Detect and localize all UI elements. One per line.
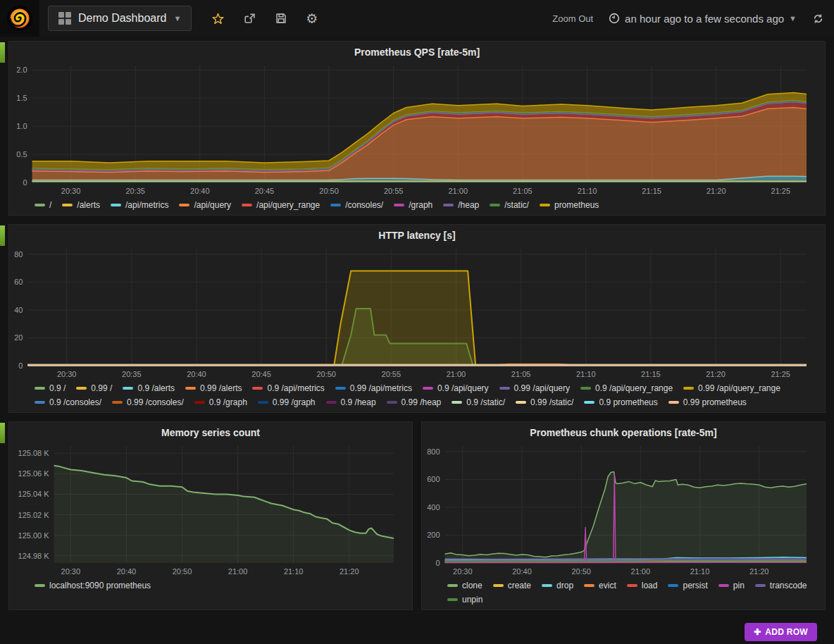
- panel-title[interactable]: Prometheus QPS [rate-5m]: [9, 42, 825, 60]
- legend-item-0.99 /static/[interactable]: 0.99 /static/: [516, 397, 573, 407]
- qps-chart[interactable]: 20:3020:3520:4020:4520:5020:5521:0021:05…: [9, 60, 815, 199]
- panel-title[interactable]: Prometheus chunk operations [rate-5m]: [422, 422, 825, 440]
- legend-label: /consoles/: [345, 200, 383, 210]
- legend-item-create[interactable]: create: [493, 581, 531, 590]
- legend-item-0.9 /consoles/[interactable]: 0.9 /consoles/: [35, 397, 101, 407]
- legend-item-/api/metrics[interactable]: /api/metrics: [111, 200, 168, 210]
- memory-chart[interactable]: 20:3020:4020:5021:0021:1021:20124.98 K12…: [9, 440, 402, 580]
- y-tick-label: 800: [427, 447, 440, 456]
- y-tick-label: 125.08 K: [18, 449, 50, 457]
- panel-title[interactable]: Memory series count: [9, 422, 412, 440]
- legend-color-bar: [540, 204, 550, 206]
- add-row-button[interactable]: ✚ ADD ROW: [745, 623, 817, 641]
- legend-label: 0.99 /: [91, 383, 112, 393]
- time-chevron-down-icon: ▼: [789, 14, 797, 23]
- legend-item-transcode[interactable]: transcode: [755, 581, 807, 590]
- legend-item-localhost:9090 prometheus[interactable]: localhost:9090 prometheus: [35, 581, 151, 590]
- legend-item-0.99 /[interactable]: 0.99 /: [76, 383, 112, 393]
- legend-item-0.99 /alerts[interactable]: 0.99 /alerts: [185, 383, 242, 393]
- legend-color-bar: [35, 204, 45, 206]
- legend-color-bar: [668, 401, 679, 404]
- legend-item-/[interactable]: /: [35, 200, 51, 210]
- legend-item-prometheus[interactable]: prometheus: [540, 200, 599, 210]
- row-collapse-handle[interactable]: [0, 225, 5, 246]
- legend-item-pin[interactable]: pin: [718, 581, 745, 590]
- legend-item-evict[interactable]: evict: [584, 581, 616, 590]
- legend-label: load: [642, 581, 658, 590]
- star-dashboard-button[interactable]: [211, 12, 225, 25]
- legend-item-0.99 /api/query_range[interactable]: 0.99 /api/query_range: [683, 383, 780, 393]
- refresh-button[interactable]: [812, 13, 824, 25]
- save-dashboard-button[interactable]: [275, 12, 287, 25]
- legend-color-bar: [493, 584, 504, 587]
- dashboard-settings-button[interactable]: ⚙: [306, 11, 318, 26]
- x-tick-label: 21:05: [511, 370, 531, 378]
- y-tick-label: 124.98 K: [18, 552, 50, 560]
- legend-label: 0.9 /: [49, 383, 66, 393]
- top-navbar: Demo Dashboard ▼ ⚙ Zoom: [0, 0, 834, 37]
- legend-item-0.9 /static/[interactable]: 0.9 /static/: [452, 397, 505, 407]
- latency-chart[interactable]: 20:3020:3520:4020:4520:5020:5521:0021:05…: [9, 243, 815, 383]
- memory-legend: localhost:9090 prometheus: [9, 580, 412, 595]
- share-dashboard-button[interactable]: [243, 12, 256, 25]
- legend-item-0.9 /heap[interactable]: 0.9 /heap: [326, 397, 376, 407]
- legend-item-/consoles/[interactable]: /consoles/: [330, 200, 383, 210]
- legend-item-0.99 /api/query[interactable]: 0.99 /api/query: [499, 383, 570, 393]
- x-tick-label: 20:45: [255, 187, 275, 195]
- time-range-picker[interactable]: an hour ago to a few seconds ago ▼: [609, 13, 797, 25]
- chunk-ops-chart[interactable]: 20:3020:4020:5021:0021:1021:200200400600…: [422, 440, 815, 580]
- legend-item-0.99 /api/metrics[interactable]: 0.99 /api/metrics: [335, 383, 412, 393]
- legend-label: 0.9 prometheus: [599, 397, 657, 407]
- legend-item-0.99 prometheus[interactable]: 0.99 prometheus: [668, 397, 747, 407]
- legend-item-0.99 /heap[interactable]: 0.99 /heap: [387, 397, 442, 407]
- legend-item-unpin[interactable]: unpin: [447, 595, 483, 605]
- legend-item-0.9 /alerts[interactable]: 0.9 /alerts: [123, 383, 175, 393]
- legend-color-bar: [452, 401, 462, 404]
- row-collapse-handle[interactable]: [0, 42, 5, 63]
- legend-item-0.9 prometheus[interactable]: 0.9 prometheus: [584, 397, 657, 407]
- legend-item-/api/query_range[interactable]: /api/query_range: [242, 200, 320, 210]
- legend-color-bar: [258, 401, 268, 404]
- dashboard-picker-button[interactable]: Demo Dashboard ▼: [48, 6, 192, 31]
- legend-item-0.9 /api/metrics[interactable]: 0.9 /api/metrics: [252, 383, 324, 393]
- legend-item-0.99 /consoles/[interactable]: 0.99 /consoles/: [112, 397, 184, 407]
- grafana-logo[interactable]: [0, 0, 39, 37]
- zoom-out-button[interactable]: Zoom Out: [552, 13, 593, 24]
- legend-label: prometheus: [554, 200, 599, 210]
- legend-item-0.9 /api/query[interactable]: 0.9 /api/query: [423, 383, 489, 393]
- legend-item-/alerts[interactable]: /alerts: [62, 200, 100, 210]
- x-tick-label: 21:20: [706, 370, 726, 378]
- x-tick-label: 20:50: [173, 567, 192, 576]
- legend-label: localhost:9090 prometheus: [49, 581, 151, 590]
- x-tick-label: 20:30: [61, 567, 81, 576]
- legend-item-/static/[interactable]: /static/: [490, 200, 529, 210]
- y-tick-label: 200: [427, 531, 440, 539]
- x-tick-label: 21:20: [707, 187, 726, 195]
- x-tick-label: 20:30: [61, 187, 81, 195]
- legend-item-0.9 /graph[interactable]: 0.9 /graph: [194, 397, 247, 407]
- save-icon: [275, 12, 287, 25]
- y-tick-label: 60: [14, 278, 23, 286]
- legend-item-load[interactable]: load: [627, 581, 658, 590]
- time-range-label: an hour ago to a few seconds ago: [625, 13, 784, 25]
- x-tick-label: 20:45: [251, 370, 271, 378]
- clock-icon: [609, 13, 620, 24]
- x-tick-label: 20:55: [382, 370, 402, 378]
- legend-item-/api/query[interactable]: /api/query: [179, 200, 231, 210]
- legend-item-clone[interactable]: clone: [447, 581, 483, 590]
- panel-prometheus-qps: Prometheus QPS [rate-5m] 20:3020:3520:40…: [8, 41, 826, 216]
- legend-item-drop[interactable]: drop: [542, 581, 573, 590]
- legend-item-/heap[interactable]: /heap: [443, 200, 479, 210]
- legend-item-0.9 /api/query_range[interactable]: 0.9 /api/query_range: [580, 383, 673, 393]
- legend-color-bar: [123, 387, 133, 390]
- legend-color-bar: [542, 584, 552, 587]
- legend-item-/graph[interactable]: /graph: [394, 200, 432, 210]
- legend-item-0.99 /graph[interactable]: 0.99 /graph: [258, 397, 316, 407]
- legend-item-persist[interactable]: persist: [668, 581, 707, 590]
- panel-title[interactable]: HTTP latency [s]: [9, 225, 825, 243]
- dashboard-row-1: Prometheus QPS [rate-5m] 20:3020:3520:40…: [8, 41, 826, 216]
- legend-color-bar: [35, 387, 45, 390]
- legend-color-bar: [447, 584, 458, 587]
- row-collapse-handle[interactable]: [0, 423, 5, 443]
- legend-item-0.9 /[interactable]: 0.9 /: [35, 383, 66, 393]
